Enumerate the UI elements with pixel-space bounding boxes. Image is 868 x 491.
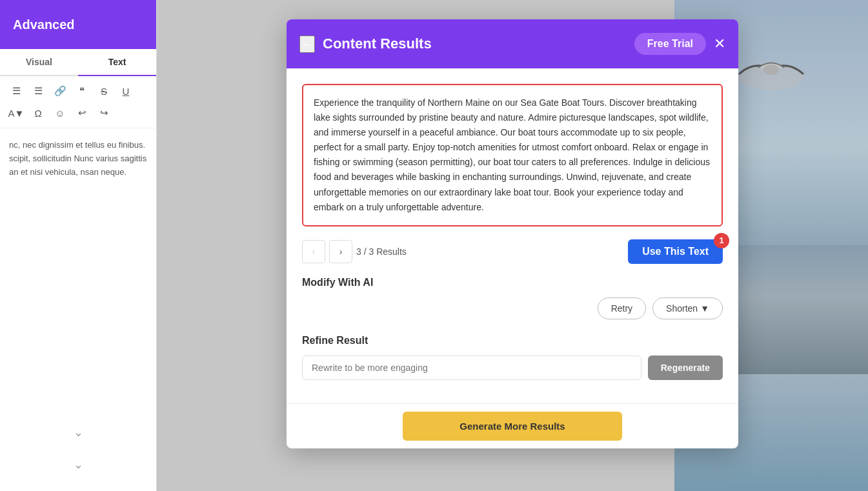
main-area: ← Content Results Free Trial ✕ Experienc…: [157, 0, 868, 491]
refine-input[interactable]: [302, 356, 641, 380]
strikethrough-btn[interactable]: S: [94, 81, 114, 101]
text-color-icon: A▼: [8, 108, 25, 119]
tab-text[interactable]: Text: [78, 49, 156, 76]
content-result-box: Experience the tranquility of Northern M…: [302, 84, 723, 226]
emoji-btn[interactable]: ☺: [50, 103, 70, 123]
result-text: Experience the tranquility of Northern M…: [314, 97, 710, 212]
underline-btn[interactable]: U: [116, 81, 136, 101]
shorten-dropdown-icon: ▼: [700, 303, 709, 314]
content-results-modal: ← Content Results Free Trial ✕ Experienc…: [287, 19, 738, 448]
special-char-btn[interactable]: Ω: [28, 103, 48, 123]
refine-row: Regenerate: [302, 356, 723, 380]
chevron-right-icon: ›: [339, 246, 343, 257]
pagination-controls: ‹ › 3 / 3 Results: [302, 240, 407, 263]
unordered-list-btn[interactable]: ☰: [6, 81, 26, 101]
pagination-row: ‹ › 3 / 3 Results Use This Text 1: [302, 239, 723, 264]
prev-page-button[interactable]: ‹: [302, 240, 325, 263]
modal-title: Content Results: [323, 35, 432, 52]
collapse-icon-2[interactable]: ⌄: [74, 457, 83, 472]
modal-footer: Generate More Results: [287, 403, 738, 448]
next-page-button[interactable]: ›: [329, 240, 352, 263]
quote-btn[interactable]: ❝: [72, 81, 92, 101]
modal-header-right: Free Trial ✕: [634, 33, 725, 55]
undo-btn[interactable]: ↩: [72, 103, 92, 123]
modal-header-left: ← Content Results: [299, 35, 432, 53]
modify-section-label: Modify With AI: [302, 277, 723, 288]
retry-button[interactable]: Retry: [598, 297, 646, 319]
modal-body: Experience the tranquility of Northern M…: [287, 68, 738, 403]
underline-icon: U: [123, 86, 130, 97]
tab-visual[interactable]: Visual: [0, 49, 78, 75]
link-icon: 🔗: [54, 85, 66, 97]
use-this-text-button[interactable]: Use This Text: [628, 239, 723, 264]
unordered-list-icon: ☰: [12, 85, 21, 97]
sidebar-toolbar: ☰ ☰ 🔗 ❝ S U A▼ Ω ☺ ↩ ↪: [0, 76, 156, 128]
refine-section-label: Refine Result: [302, 335, 723, 346]
generate-more-button[interactable]: Generate More Results: [403, 412, 622, 441]
text-color-btn[interactable]: A▼: [6, 103, 26, 123]
undo-icon: ↩: [78, 107, 86, 119]
close-button[interactable]: ✕: [714, 37, 725, 51]
modal-overlay: ← Content Results Free Trial ✕ Experienc…: [157, 0, 868, 491]
close-icon: ✕: [714, 35, 725, 52]
sidebar: Advanced Visual Text ☰ ☰ 🔗 ❝ S U A▼: [0, 0, 157, 491]
page-info: 3 / 3 Results: [356, 246, 407, 257]
ordered-list-icon: ☰: [34, 85, 43, 97]
regenerate-button[interactable]: Regenerate: [648, 356, 723, 380]
link-btn[interactable]: 🔗: [50, 81, 70, 101]
notification-badge: 1: [714, 233, 729, 248]
omega-icon: Ω: [34, 108, 41, 119]
redo-btn[interactable]: ↪: [94, 103, 114, 123]
use-btn-wrapper: Use This Text 1: [628, 239, 723, 264]
quote-icon: ❝: [79, 85, 85, 97]
sidebar-title: Advanced: [13, 17, 75, 32]
sidebar-tabs: Visual Text: [0, 49, 156, 76]
refine-section: Refine Result Regenerate: [302, 335, 723, 380]
modal-back-button[interactable]: ←: [299, 35, 315, 53]
sidebar-body-text: nc, nec dignissim et tellus eu finibus. …: [9, 140, 146, 177]
strikethrough-icon: S: [101, 86, 107, 97]
collapse-icon-1[interactable]: ⌄: [74, 425, 83, 439]
modal-header: ← Content Results Free Trial ✕: [287, 19, 738, 68]
modify-row: Retry Shorten ▼: [302, 297, 723, 319]
retry-label: Retry: [611, 303, 632, 314]
redo-icon: ↪: [100, 107, 108, 119]
shorten-label: Shorten: [666, 303, 698, 314]
sidebar-header: Advanced: [0, 0, 156, 49]
shorten-button[interactable]: Shorten ▼: [652, 297, 723, 319]
free-trial-button[interactable]: Free Trial: [634, 33, 706, 55]
chevron-left-icon: ‹: [312, 246, 316, 257]
emoji-icon: ☺: [55, 108, 65, 119]
ordered-list-btn[interactable]: ☰: [28, 81, 48, 101]
